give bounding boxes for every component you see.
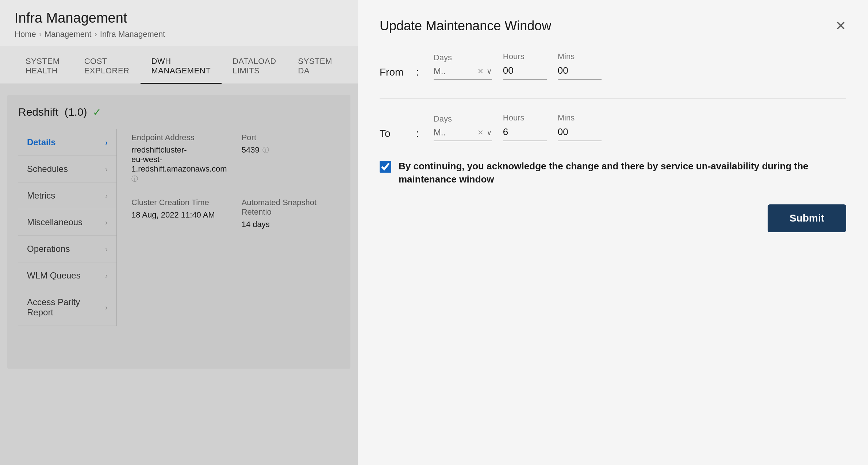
from-days-group: Days M.. ✕ ∨ [434,53,492,80]
left-panel: Infra Management Home › Management › Inf… [0,0,358,465]
nav-arrow-operations: › [105,245,108,253]
from-days-value: M.. [434,66,475,76]
acknowledge-text: By continuing, you acknowledge the chang… [399,160,846,186]
page-title: Infra Management [15,10,343,26]
to-days-group: Days M.. ✕ ∨ [434,114,492,141]
snapshot-value: 14 days [242,220,325,229]
nav-label-metrics: Metrics [27,191,55,201]
nav-item-details[interactable]: Details › [18,129,116,156]
check-icon: ✓ [93,106,101,118]
tab-system-da[interactable]: SYSTEM DA [287,46,343,84]
to-days-clear-icon[interactable]: ✕ [477,128,484,137]
from-label: From [380,52,402,78]
divider [380,98,846,99]
modal-panel: Update Maintenance Window ✕ From : Days … [358,0,868,465]
nav-label-operations: Operations [27,244,70,254]
detail-content: Endpoint Address rredshiftcluster-eu-wes… [117,129,339,326]
content-body: Details › Schedules › Metrics › Miscella… [18,129,339,326]
snapshot-label: Automated Snapshot Retentio [242,198,325,217]
section-version: (1.0) [65,106,87,118]
from-days-select[interactable]: M.. ✕ ∨ [434,66,492,80]
from-days-label: Days [434,53,492,62]
close-button[interactable]: ✕ [835,19,846,32]
endpoint-text: rredshiftcluster-eu-west-1.redshift.amaz… [131,145,227,183]
from-days-clear-icon[interactable]: ✕ [477,67,484,76]
tab-dataload-limits[interactable]: DATALOAD LIMITS [222,46,287,84]
main-content: Redshift (1.0) ✓ Details › Schedules › M… [7,95,350,369]
port-label: Port [242,133,325,142]
nav-label-wlm: WLM Queues [27,270,81,281]
to-days-arrow-icon[interactable]: ∨ [487,128,492,137]
nav-label-access-parity: Access Parity Report [27,297,105,318]
breadcrumb-home[interactable]: Home [15,30,36,39]
nav-arrow-access-parity: › [105,303,108,312]
from-fields: Days M.. ✕ ∨ Hours Mins [434,52,846,80]
nav-label-miscellaneous: Miscellaneous [27,217,82,227]
nav-label-details: Details [27,137,56,147]
endpoint-value: rredshiftcluster-eu-west-1.redshift.amaz… [131,145,227,183]
endpoint-label: Endpoint Address [131,133,227,142]
to-days-value: M.. [434,127,475,138]
snapshot-field: Automated Snapshot Retentio 14 days [242,198,325,229]
nav-item-operations[interactable]: Operations › [18,236,116,262]
to-colon: : [416,113,419,139]
to-days-label: Days [434,114,492,124]
from-days-arrow-icon[interactable]: ∨ [487,67,492,76]
endpoint-field: Endpoint Address rredshiftcluster-eu-wes… [131,133,227,183]
tab-bar: SYSTEM HEALTH COST EXPLORER DWH MANAGEME… [0,46,358,84]
to-fields: Days M.. ✕ ∨ Hours Mins [434,113,846,141]
nav-item-metrics[interactable]: Metrics › [18,182,116,209]
nav-item-schedules[interactable]: Schedules › [18,156,116,182]
port-value: 5439 ⓘ [242,145,325,155]
detail-grid: Endpoint Address rredshiftcluster-eu-wes… [131,133,325,229]
tab-system-health[interactable]: SYSTEM HEALTH [15,46,73,84]
nav-item-wlm[interactable]: WLM Queues › [18,262,116,289]
port-field: Port 5439 ⓘ [242,133,325,183]
acknowledge-checkbox[interactable] [380,161,391,173]
tab-dwh-management[interactable]: DWH MANAGEMENT [141,46,222,84]
breadcrumb-infra[interactable]: Infra Management [100,30,165,39]
from-hours-label: Hours [503,52,547,61]
from-hours-input[interactable] [503,65,547,80]
nav-label-schedules: Schedules [27,164,68,174]
from-hours-group: Hours [503,52,547,80]
to-hours-group: Hours [503,113,547,141]
creation-label: Cluster Creation Time [131,198,227,207]
from-colon: : [416,52,419,78]
to-hours-input[interactable] [503,126,547,141]
nav-arrow-details: › [105,138,108,147]
to-days-select[interactable]: M.. ✕ ∨ [434,127,492,141]
modal-title: Update Maintenance Window [380,18,551,34]
submit-button[interactable]: Submit [768,204,846,232]
nav-arrow-schedules: › [105,165,108,173]
tab-cost-explorer[interactable]: COST EXPLORER [73,46,141,84]
section-name: Redshift (1.0) [18,106,87,118]
from-mins-input[interactable] [558,65,602,80]
nav-arrow-wlm: › [105,272,108,280]
breadcrumb-sep2: › [94,30,97,39]
creation-value: 18 Aug, 2022 11:40 AM [131,210,227,220]
breadcrumb-sep1: › [39,30,42,39]
to-row: To : Days M.. ✕ ∨ Hours Mins [380,113,846,141]
submit-area: Submit [380,204,846,232]
endpoint-info-icon: ⓘ [131,175,138,182]
nav-item-access-parity[interactable]: Access Parity Report › [18,289,116,326]
port-text: 5439 [242,145,260,155]
breadcrumb: Home › Management › Infra Management [15,30,343,46]
page-header: Infra Management Home › Management › Inf… [0,0,358,46]
to-hours-label: Hours [503,113,547,123]
creation-field: Cluster Creation Time 18 Aug, 2022 11:40… [131,198,227,229]
from-row: From : Days M.. ✕ ∨ Hours Mins [380,52,846,80]
acknowledge-row: By continuing, you acknowledge the chang… [380,160,846,186]
modal-header: Update Maintenance Window ✕ [380,18,846,34]
sidebar-nav: Details › Schedules › Metrics › Miscella… [18,129,117,326]
from-mins-label: Mins [558,52,602,61]
to-mins-label: Mins [558,113,602,123]
nav-item-miscellaneous[interactable]: Miscellaneous › [18,209,116,236]
to-mins-input[interactable] [558,126,602,141]
port-info-icon: ⓘ [262,146,269,154]
breadcrumb-management[interactable]: Management [45,30,91,39]
section-title: Redshift (1.0) ✓ [18,106,339,118]
to-label: To [380,113,402,139]
nav-arrow-metrics: › [105,192,108,200]
